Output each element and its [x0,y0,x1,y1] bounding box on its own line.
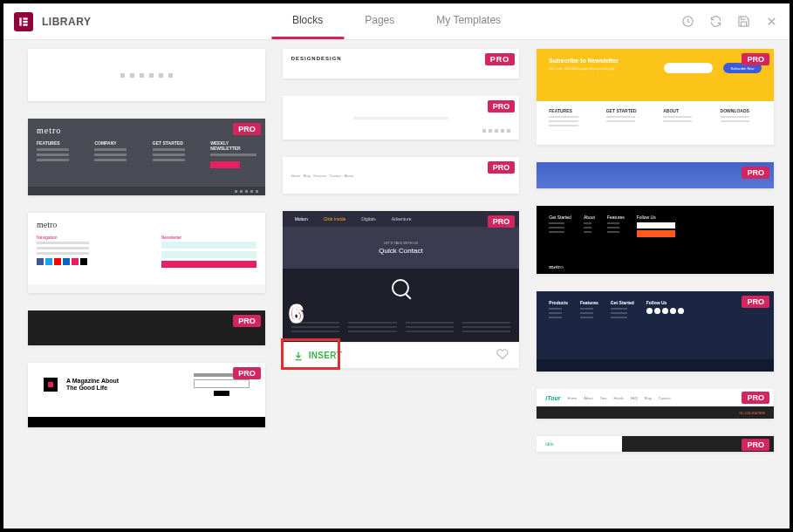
pro-badge: PRO [488,161,516,174]
template-card[interactable]: metro Navigation Newsletter [28,213,265,293]
library-header: LIBRARY Blocks Pages My Templates [3,3,790,40]
favorite-icon[interactable] [496,348,509,364]
elementor-logo [14,12,33,31]
template-card[interactable]: PRO [28,310,265,345]
template-card[interactable]: PRO iTourHomeAboutTourHotelsFAQBlogConta… [537,389,774,419]
library-title: LIBRARY [42,16,91,28]
magnify-icon [392,279,409,297]
pro-badge: PRO [742,439,769,451]
template-card[interactable]: PRO Subscribe to Newsletter Join over 50… [537,49,774,145]
svg-rect-3 [23,24,27,25]
pro-badge: PRO [742,296,769,308]
tabs: Blocks Pages My Templates [271,3,522,39]
pro-badge: PRO [485,53,516,65]
template-card[interactable]: PRO [537,162,774,188]
pro-badge: PRO [233,315,261,327]
pro-badge: PRO [488,215,516,228]
template-card[interactable]: PRO metro FEATURES COMPANY GET STARTED W… [28,119,265,195]
tab-my-templates[interactable]: My Templates [415,3,522,39]
template-card[interactable]: PRO idris [537,436,774,452]
pro-badge: PRO [488,100,516,113]
template-card[interactable]: PRO DESIGNDESIGN [283,49,520,78]
template-card[interactable]: PRO [283,96,520,140]
pro-badge: PRO [742,392,769,404]
insert-button[interactable]: INSERT [293,351,342,361]
template-card-selected[interactable]: PRO MotionClick InsideDigitalsAdventure … [283,211,520,368]
template-card[interactable] [28,49,265,101]
template-card[interactable]: PRO Products Features Get Started Follow… [537,291,774,372]
templates-scroll[interactable]: PRO metro FEATURES COMPANY GET STARTED W… [3,40,790,529]
step-marker: 6 [290,300,304,328]
tab-pages[interactable]: Pages [344,3,415,39]
save-icon[interactable] [735,14,751,30]
pro-badge: PRO [742,53,769,65]
template-card[interactable]: Get Started About Features Follow Us met… [537,206,774,274]
pro-badge: PRO [233,123,261,135]
pro-badge: PRO [742,167,769,179]
svg-rect-0 [19,17,21,25]
template-card[interactable]: PRO A Magazine AboutThe Good Life [28,363,265,427]
svg-rect-1 [23,17,27,19]
sync-icon[interactable] [708,14,723,30]
tab-blocks[interactable]: Blocks [271,3,344,39]
import-icon[interactable] [680,14,695,30]
template-card[interactable]: PRO Home Blog Services Contact About [283,157,520,194]
pro-badge: PRO [233,367,261,379]
close-icon[interactable] [763,14,779,30]
svg-rect-2 [23,20,27,22]
